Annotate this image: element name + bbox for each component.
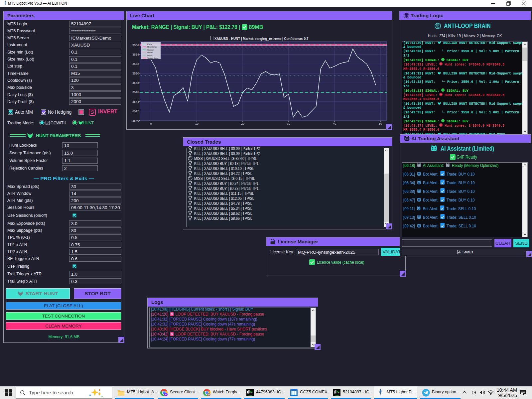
svg-text:3552: 3552 [132, 62, 139, 66]
svg-text:20: 20 [241, 122, 244, 125]
svg-text:0: 0 [150, 122, 152, 125]
svg-text:10: 10 [195, 122, 199, 125]
svg-text:40: 40 [333, 122, 336, 125]
svg-text:3548: 3548 [132, 81, 139, 84]
svg-text:Global: Global [335, 394, 339, 396]
svg-text:Sweep Zone: Sweep Zone [147, 57, 159, 59]
svg-text:Global: Global [248, 394, 252, 396]
svg-text:3540: 3540 [132, 119, 139, 122]
svg-text:3544: 3544 [132, 100, 139, 103]
svg-text:Mid-S: Mid-S [147, 55, 153, 57]
svg-text:Resistance: Resistance [147, 46, 157, 48]
svg-text:3542: 3542 [132, 109, 139, 113]
svg-text:Price: Price [147, 43, 152, 45]
svg-text:50: 50 [379, 122, 382, 125]
svg-text:3550: 3550 [132, 72, 139, 75]
svg-text:Support: Support [147, 49, 154, 51]
svg-text:3556: 3556 [132, 44, 139, 47]
svg-text:Mid-R: Mid-R [147, 52, 153, 54]
svg-text:3554: 3554 [132, 53, 139, 56]
svg-text:3546: 3546 [132, 90, 139, 94]
svg-text:30: 30 [287, 122, 290, 125]
